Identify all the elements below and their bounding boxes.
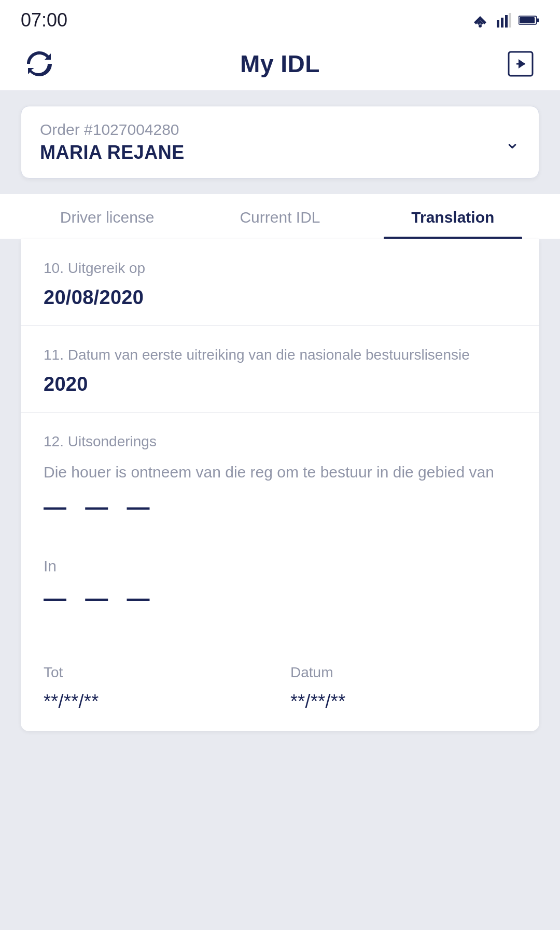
field-12-dashes1: — — —: [44, 494, 516, 520]
field-12-dashes2: — — —: [44, 585, 516, 611]
tot-label: Tot: [44, 662, 270, 682]
chevron-down-icon[interactable]: ⌄: [505, 131, 520, 153]
logout-icon[interactable]: [507, 50, 534, 77]
svg-rect-9: [520, 17, 535, 23]
status-time: 07:00: [21, 9, 67, 31]
tab-translation[interactable]: Translation: [367, 194, 539, 239]
field-12-section: 12. Uitsonderings Die houer is ontneem v…: [21, 413, 539, 643]
signal-icon: [497, 13, 511, 28]
datum-col: Datum **/**/**: [290, 662, 516, 713]
svg-rect-8: [537, 19, 539, 22]
tot-col: Tot **/**/**: [44, 662, 270, 713]
order-card[interactable]: Order #1027004280 MARIA REJANE ⌄: [21, 106, 539, 179]
field-10-label: 10. Uitgereik op: [44, 258, 516, 278]
app-bar-title: My IDL: [240, 50, 320, 78]
datum-label: Datum: [290, 662, 516, 682]
field-10-value: 20/08/2020: [44, 286, 516, 309]
svg-rect-6: [509, 13, 511, 28]
field-11-section: 11. Datum van eerste uitreiking van die …: [21, 326, 539, 413]
svg-rect-5: [505, 15, 508, 28]
field-12-desc: Die houer is ontneem van die reg om te b…: [44, 460, 516, 484]
battery-icon: [519, 15, 539, 26]
status-bar: 07:00: [0, 0, 560, 37]
content-card: 10. Uitgereik op 20/08/2020 11. Datum va…: [21, 239, 539, 731]
svg-point-2: [479, 24, 482, 28]
order-info: Order #1027004280 MARIA REJANE: [40, 121, 185, 163]
svg-rect-4: [501, 18, 503, 28]
field-12-label: 12. Uitsonderings: [44, 431, 516, 452]
svg-rect-3: [497, 20, 499, 28]
tot-value: **/**/**: [44, 691, 270, 713]
status-icons: [471, 13, 539, 28]
refresh-icon[interactable]: [26, 50, 53, 77]
field-12-in-label: In: [44, 557, 516, 575]
field-10-section: 10. Uitgereik op 20/08/2020: [21, 239, 539, 326]
tabs-container: Driver license Current IDL Translation: [0, 194, 560, 239]
field-11-value: 2020: [44, 373, 516, 395]
bottom-row: Tot **/**/** Datum **/**/**: [21, 644, 539, 731]
app-bar: My IDL: [0, 37, 560, 90]
datum-value: **/**/**: [290, 691, 516, 713]
tab-current-idl[interactable]: Current IDL: [193, 194, 366, 239]
field-11-label: 11. Datum van eerste uitreiking van die …: [44, 345, 516, 365]
tab-driver-license[interactable]: Driver license: [21, 194, 193, 239]
order-name: MARIA REJANE: [40, 142, 185, 163]
wifi-icon: [471, 13, 489, 28]
order-number: Order #1027004280: [40, 121, 185, 139]
